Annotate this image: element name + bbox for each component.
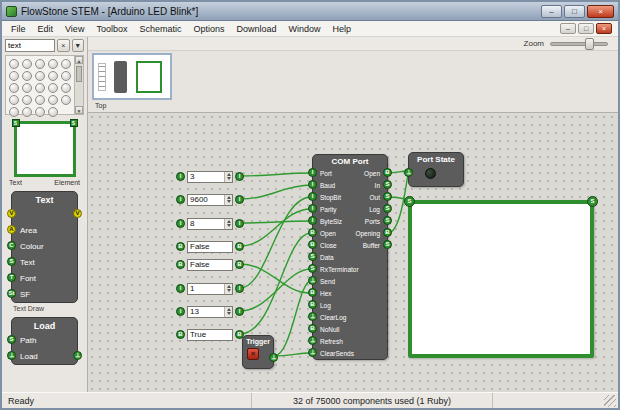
connector-pin[interactable]: ⊥ — [404, 168, 413, 177]
component-icon[interactable] — [48, 107, 58, 117]
connector-pin[interactable]: I — [308, 180, 317, 189]
connector-pin[interactable]: ⊥ — [7, 351, 16, 360]
connector-pin[interactable]: S — [383, 180, 392, 189]
trigger-button[interactable]: × — [247, 348, 259, 360]
connector-pin[interactable]: C — [7, 241, 16, 250]
scrollbar-thumb[interactable] — [76, 66, 82, 82]
component-icon[interactable] — [9, 107, 19, 117]
load-component-preview[interactable]: Load S Path ⊥ Load ⊥ — [11, 317, 78, 365]
value-text[interactable]: 1 — [188, 284, 224, 294]
connector-pin[interactable]: ⊥ — [73, 351, 82, 360]
minimize-button[interactable]: – — [541, 5, 562, 18]
schematic-canvas[interactable]: I 3 I I 9600 I I 8 I B False B — [88, 113, 618, 392]
component-icon[interactable] — [61, 83, 71, 93]
value-text[interactable]: True — [188, 330, 232, 340]
spinner[interactable] — [224, 172, 232, 182]
connector-pin[interactable]: S — [7, 335, 16, 344]
connector-pin[interactable]: I — [176, 219, 185, 228]
connector-pin[interactable]: B — [383, 228, 392, 237]
mdi-close-button[interactable]: × — [596, 23, 612, 34]
connector-pin[interactable]: I — [176, 307, 185, 316]
connector-pin[interactable]: I — [235, 307, 244, 316]
connector-pin[interactable]: S — [587, 196, 598, 207]
value-text[interactable]: 8 — [188, 219, 224, 229]
title-bar[interactable]: FlowStone STEM - [Arduino LED Blink*] – … — [2, 2, 618, 21]
bool-input[interactable]: False — [187, 259, 233, 271]
component-icon[interactable] — [22, 83, 32, 93]
port-state-module[interactable]: Port State ⊥ — [408, 152, 464, 187]
close-button[interactable]: × — [587, 5, 614, 18]
spin-up-icon[interactable] — [227, 308, 231, 311]
zoom-slider-thumb[interactable] — [585, 38, 594, 50]
connector-pin[interactable]: I — [235, 195, 244, 204]
connector-pin[interactable]: S — [404, 196, 415, 207]
spin-up-icon[interactable] — [227, 285, 231, 288]
component-preview[interactable]: S S — [14, 121, 76, 177]
menu-edit[interactable]: Edit — [32, 23, 60, 35]
connector-pin[interactable]: B — [308, 324, 317, 333]
component-icon[interactable] — [35, 71, 45, 81]
menu-options[interactable]: Options — [187, 23, 230, 35]
trigger-module[interactable]: Trigger × ⊥ — [242, 335, 274, 369]
connector-pin[interactable]: B — [308, 288, 317, 297]
connector-pin[interactable]: I — [308, 192, 317, 201]
spin-down-icon[interactable] — [227, 289, 231, 292]
connector-pin[interactable]: ⊥ — [308, 276, 317, 285]
connector-pin[interactable]: I — [176, 284, 185, 293]
connector-pin[interactable]: I — [308, 216, 317, 225]
component-icon[interactable] — [9, 71, 19, 81]
connector-pin[interactable]: I — [308, 168, 317, 177]
spin-up-icon[interactable] — [227, 220, 231, 223]
mdi-restore-button[interactable]: □ — [578, 23, 594, 34]
component-icon[interactable] — [61, 95, 71, 105]
menu-help[interactable]: Help — [327, 23, 358, 35]
component-icon[interactable] — [61, 59, 71, 69]
int-input[interactable]: 8 — [187, 218, 233, 230]
resize-grip-icon[interactable] — [604, 395, 616, 407]
spin-down-icon[interactable] — [227, 224, 231, 227]
connector-pin[interactable]: A — [7, 225, 16, 234]
maximize-button[interactable]: □ — [564, 5, 585, 18]
connector-pin[interactable]: I — [176, 172, 185, 181]
search-input[interactable] — [5, 39, 55, 52]
component-icon[interactable] — [22, 71, 32, 81]
component-icon[interactable] — [48, 71, 58, 81]
int-input[interactable]: 13 — [187, 306, 233, 318]
connector-pin[interactable]: I — [235, 172, 244, 181]
component-icon[interactable] — [35, 107, 45, 117]
spinner[interactable] — [224, 307, 232, 317]
component-icon[interactable] — [9, 95, 19, 105]
com-port-module[interactable]: COM Port IPortOpenB IBaudInS IStopBitOut… — [312, 154, 388, 360]
connector-pin[interactable]: I — [176, 195, 185, 204]
zoom-slider[interactable] — [550, 42, 608, 46]
value-text[interactable]: False — [188, 242, 232, 252]
menu-toolbox[interactable]: Toolbox — [90, 23, 133, 35]
connector-pin[interactable]: S — [383, 204, 392, 213]
connector-pin[interactable]: I — [308, 204, 317, 213]
text-component-preview[interactable]: Text V V A Area C Colour S Text — [11, 191, 78, 303]
connector-pin[interactable]: S — [383, 192, 392, 201]
menu-view[interactable]: View — [59, 23, 90, 35]
int-input[interactable]: 9600 — [187, 194, 233, 206]
connector-pin[interactable]: S — [383, 240, 392, 249]
spin-down-icon[interactable] — [227, 200, 231, 203]
connector-pin[interactable]: S — [308, 264, 317, 273]
connector-pin[interactable]: B — [308, 228, 317, 237]
search-clear-button[interactable]: × — [57, 39, 70, 52]
component-icon[interactable] — [61, 71, 71, 81]
component-icon[interactable] — [48, 83, 58, 93]
connector-pin[interactable]: B — [383, 168, 392, 177]
text-display-panel[interactable]: S S — [408, 200, 594, 358]
spin-down-icon[interactable] — [227, 312, 231, 315]
connector-pin[interactable]: B — [176, 242, 185, 251]
int-input[interactable]: 3 — [187, 171, 233, 183]
spin-down-icon[interactable] — [227, 177, 231, 180]
connector-pin[interactable]: B — [235, 260, 244, 269]
bool-input[interactable]: False — [187, 241, 233, 253]
connector-pin[interactable]: I — [235, 219, 244, 228]
connector-pin[interactable]: S — [7, 257, 16, 266]
scroll-up-icon[interactable]: ▲ — [75, 56, 83, 64]
connector-pin[interactable]: S — [308, 252, 317, 261]
connector-pin[interactable]: V — [7, 209, 16, 218]
connector-pin[interactable]: I — [235, 284, 244, 293]
